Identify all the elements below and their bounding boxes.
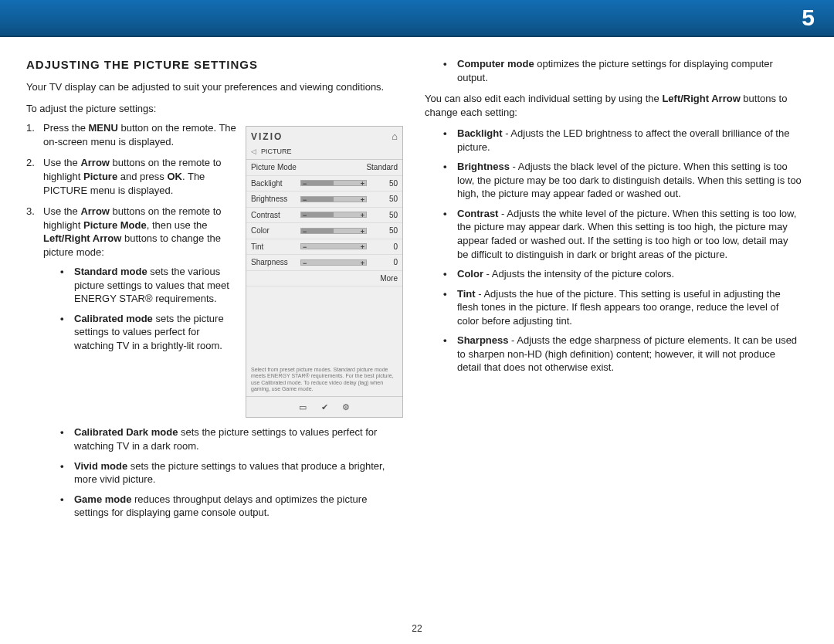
chapter-banner: 5 bbox=[0, 0, 834, 37]
wide-icon: ▭ bbox=[296, 402, 310, 413]
osd-footnote: Select from preset picture modes. Standa… bbox=[246, 364, 402, 396]
right-column: Computer mode optimizes the picture sett… bbox=[425, 57, 802, 526]
setting-sharpness: Sharpness - Adjusts the edge sharpness o… bbox=[443, 334, 802, 375]
mode-vivid: Vivid mode sets the picture settings to … bbox=[60, 459, 403, 486]
step-3: Use the Arrow buttons on the remote to h… bbox=[26, 205, 403, 352]
setting-tint: Tint - Adjusts the hue of the picture. T… bbox=[443, 287, 802, 328]
mode-calibrated: Calibrated mode sets the picture setting… bbox=[60, 312, 276, 353]
section-heading: ADJUSTING THE PICTURE SETTINGS bbox=[26, 57, 403, 73]
left-column: ADJUSTING THE PICTURE SETTINGS Your TV d… bbox=[26, 57, 403, 526]
setting-brightness: Brightness - Adjusts the black level of … bbox=[443, 160, 802, 201]
mode-standard: Standard mode sets the various picture s… bbox=[60, 265, 276, 306]
setting-contrast: Contrast - Adjusts the white level of th… bbox=[443, 207, 802, 261]
intro-text: Your TV display can be adjusted to suit … bbox=[26, 80, 403, 94]
right-intro: You can also edit each individual settin… bbox=[425, 92, 802, 119]
osd-footer-icons: ▭ ✔ ⚙ bbox=[246, 396, 402, 418]
mode-computer: Computer mode optimizes the picture sett… bbox=[443, 57, 802, 84]
page-number: 22 bbox=[0, 622, 834, 635]
step-2: Use the Arrow buttons on the remote to h… bbox=[26, 156, 403, 197]
mode-game: Game mode reduces throughput delays and … bbox=[60, 493, 403, 520]
lead-text: To adjust the picture settings: bbox=[26, 102, 403, 116]
mode-calibrated-dark: Calibrated Dark mode sets the picture se… bbox=[60, 425, 403, 452]
v-logo-icon: ✔ bbox=[317, 402, 331, 413]
chapter-number: 5 bbox=[802, 2, 815, 34]
setting-backlight: Backlight - Adjusts the LED brightness t… bbox=[443, 127, 802, 154]
setting-color: Color - Adjusts the intensity of the pic… bbox=[443, 267, 802, 281]
gear-icon: ⚙ bbox=[339, 402, 353, 413]
step-1: Press the MENU button on the remote. The… bbox=[26, 121, 403, 148]
